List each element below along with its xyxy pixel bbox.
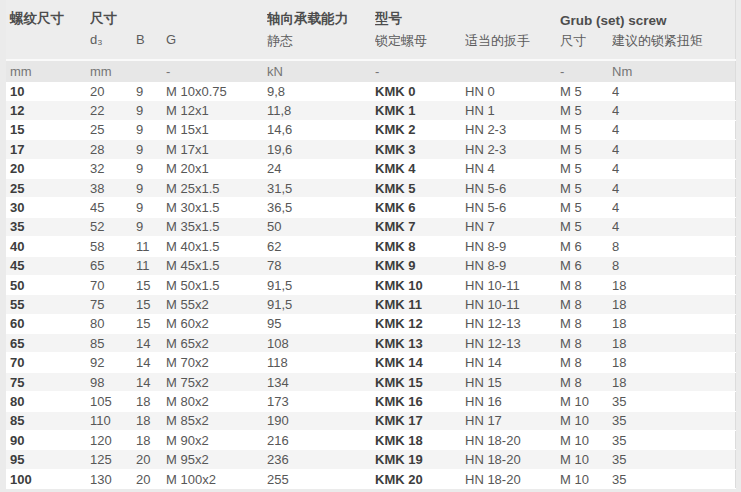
cell-screw-size: M 6 <box>560 256 612 275</box>
cell-d3: 130 <box>90 469 136 488</box>
unit-screw-size: - <box>560 60 612 82</box>
cell-wrench: HN 5-6 <box>465 178 560 197</box>
cell-screw-size: M 10 <box>560 469 612 488</box>
cell-wrench: HN 10-11 <box>465 295 560 314</box>
cell-designation: KMK 20 <box>375 469 465 488</box>
cell-g: M 30x1.5 <box>166 198 267 217</box>
cell-designation: KMK 0 <box>375 82 465 101</box>
header-spacer <box>465 0 560 29</box>
cell-wrench: HN 0 <box>465 82 560 101</box>
cell-g: M 50x1.5 <box>166 275 267 294</box>
cell-torque: 18 <box>612 353 735 372</box>
table-row: 10013020M 100x2255KMK 20HN 18-20M 1035 <box>6 469 735 488</box>
cell-screw-size: M 5 <box>560 82 612 101</box>
header-sub-row: d₃ B G 静态 锁定螺母 适当的扳手 尺寸 建议的锁紧扭矩 <box>6 29 735 60</box>
cell-static-load: 11,8 <box>267 101 375 120</box>
cell-wrench: HN 7 <box>465 217 560 236</box>
cell-thread-size: 65 <box>6 334 90 353</box>
cell-wrench: HN 2-3 <box>465 140 560 159</box>
table-row: 15259M 15x114,6KMK 2HN 2-3M 54 <box>6 120 735 139</box>
cell-b: 18 <box>136 431 166 450</box>
cell-d3: 125 <box>90 450 136 469</box>
cell-static-load: 134 <box>267 372 375 391</box>
cell-designation: KMK 12 <box>375 314 465 333</box>
cell-thread-size: 100 <box>6 469 90 488</box>
cell-g: M 100x2 <box>166 469 267 488</box>
cell-torque: 35 <box>612 450 735 469</box>
cell-d3: 105 <box>90 392 136 411</box>
header-thread-size: 螺纹尺寸 <box>6 0 90 29</box>
subheader-g: G <box>166 29 267 60</box>
header-group-row: 螺纹尺寸 尺寸 轴向承载能力 型号 Grub (set) screw <box>6 0 735 29</box>
cell-torque: 4 <box>612 198 735 217</box>
cell-designation: KMK 13 <box>375 334 465 353</box>
cell-wrench: HN 17 <box>465 411 560 430</box>
cell-b: 11 <box>136 237 166 256</box>
table-header: 螺纹尺寸 尺寸 轴向承载能力 型号 Grub (set) screw d₃ B … <box>6 0 735 82</box>
table-row: 456511M 45x1.578KMK 9HN 8-9M 68 <box>6 256 735 275</box>
table-row: 20329M 20x124KMK 4HN 4M 54 <box>6 159 735 178</box>
cell-thread-size: 55 <box>6 295 90 314</box>
cell-wrench: HN 12-13 <box>465 314 560 333</box>
header-designation: 型号 <box>375 0 465 29</box>
cell-wrench: HN 15 <box>465 372 560 391</box>
unit-g: - <box>166 60 267 82</box>
cell-g: M 15x1 <box>166 120 267 139</box>
unit-wrench <box>465 60 560 82</box>
cell-static-load: 78 <box>267 256 375 275</box>
cell-designation: KMK 19 <box>375 450 465 469</box>
cell-torque: 8 <box>612 256 735 275</box>
cell-thread-size: 75 <box>6 372 90 391</box>
cell-b: 9 <box>136 140 166 159</box>
cell-screw-size: M 10 <box>560 431 612 450</box>
cell-designation: KMK 6 <box>375 198 465 217</box>
cell-screw-size: M 5 <box>560 217 612 236</box>
cell-designation: KMK 14 <box>375 353 465 372</box>
cell-thread-size: 90 <box>6 431 90 450</box>
cell-screw-size: M 5 <box>560 120 612 139</box>
cell-wrench: HN 18-20 <box>465 469 560 488</box>
cell-static-load: 91,5 <box>267 275 375 294</box>
cell-static-load: 173 <box>267 392 375 411</box>
cell-d3: 75 <box>90 295 136 314</box>
cell-screw-size: M 10 <box>560 450 612 469</box>
cell-b: 20 <box>136 469 166 488</box>
cell-thread-size: 80 <box>6 392 90 411</box>
cell-designation: KMK 8 <box>375 237 465 256</box>
cell-b: 15 <box>136 295 166 314</box>
cell-d3: 28 <box>90 140 136 159</box>
table-row: 12229M 12x111,8KMK 1HN 1M 54 <box>6 101 735 120</box>
cell-b: 18 <box>136 392 166 411</box>
table-row: 17289M 17x119,6KMK 3HN 2-3M 54 <box>6 140 735 159</box>
cell-wrench: HN 1 <box>465 101 560 120</box>
cell-d3: 80 <box>90 314 136 333</box>
cell-d3: 65 <box>90 256 136 275</box>
cell-g: M 90x2 <box>166 431 267 450</box>
cell-d3: 45 <box>90 198 136 217</box>
cell-b: 18 <box>136 411 166 430</box>
unit-thread-size: mm <box>6 60 90 82</box>
cell-screw-size: M 8 <box>560 275 612 294</box>
cell-screw-size: M 8 <box>560 314 612 333</box>
cell-screw-size: M 8 <box>560 353 612 372</box>
cell-thread-size: 25 <box>6 178 90 197</box>
header-dimensions: 尺寸 <box>90 0 267 29</box>
cell-static-load: 9,8 <box>267 82 375 101</box>
cell-static-load: 108 <box>267 334 375 353</box>
cell-g: M 20x1 <box>166 159 267 178</box>
table-row: 8511018M 85x2190KMK 17HN 17M 1035 <box>6 411 735 430</box>
cell-designation: KMK 15 <box>375 372 465 391</box>
cell-d3: 22 <box>90 101 136 120</box>
cell-screw-size: M 8 <box>560 295 612 314</box>
table-row: 10209M 10x0.759,8KMK 0HN 0M 54 <box>6 82 735 101</box>
cell-screw-size: M 5 <box>560 159 612 178</box>
cell-torque: 4 <box>612 159 735 178</box>
cell-b: 9 <box>136 82 166 101</box>
cell-g: M 17x1 <box>166 140 267 159</box>
cell-wrench: HN 8-9 <box>465 237 560 256</box>
cell-wrench: HN 14 <box>465 353 560 372</box>
units-row: mm mm - kN - - Nm <box>6 60 735 82</box>
cell-thread-size: 10 <box>6 82 90 101</box>
cell-b: 9 <box>136 159 166 178</box>
cell-d3: 85 <box>90 334 136 353</box>
